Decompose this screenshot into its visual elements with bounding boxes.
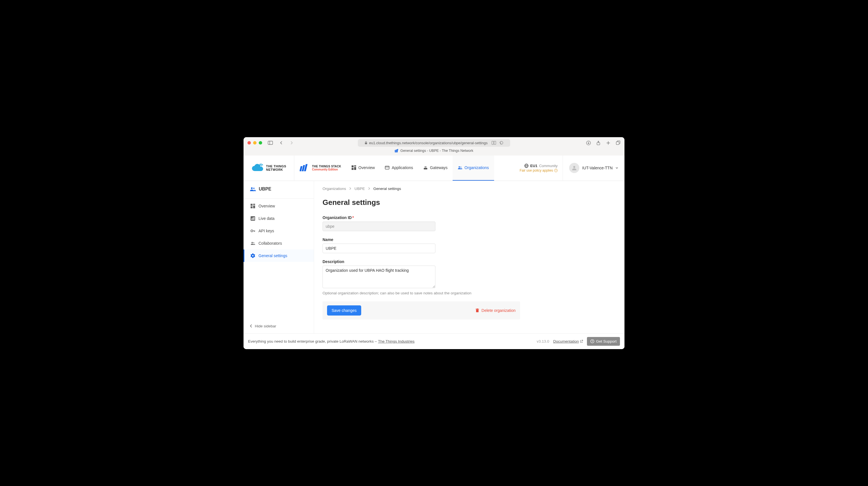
nav-overview[interactable]: Overview xyxy=(346,155,380,181)
chevron-left-icon xyxy=(250,324,253,328)
reload-icon[interactable] xyxy=(499,141,503,145)
svg-point-26 xyxy=(460,166,461,168)
svg-rect-21 xyxy=(351,168,353,170)
browser-chrome: eu1.cloud.thethings.network/console/orga… xyxy=(244,137,624,155)
org-icon xyxy=(250,187,256,191)
svg-rect-40 xyxy=(254,217,254,220)
delete-org-button[interactable]: Delete organization xyxy=(475,308,516,313)
sidebar-toggle-icon[interactable] xyxy=(268,141,273,145)
svg-text:?: ? xyxy=(592,340,593,343)
org-id-input xyxy=(322,221,435,231)
save-button[interactable]: Save changes xyxy=(327,305,361,315)
svg-rect-19 xyxy=(354,165,356,166)
get-support-button[interactable]: ? Get Support xyxy=(587,337,620,346)
svg-rect-33 xyxy=(251,204,253,206)
svg-rect-38 xyxy=(251,218,252,220)
stack-icon xyxy=(300,164,310,172)
svg-point-46 xyxy=(253,242,254,243)
forward-button[interactable] xyxy=(287,141,296,145)
downloads-icon[interactable] xyxy=(586,141,591,145)
sidebar-title[interactable]: UBPE xyxy=(244,181,314,197)
sidebar-item-live-data[interactable]: Live data xyxy=(244,212,314,225)
crumb-org-name[interactable]: UBPE xyxy=(354,187,365,191)
favicon xyxy=(395,149,399,152)
globe-icon xyxy=(524,164,529,168)
description-textarea[interactable] xyxy=(322,266,435,288)
sidebar-item-general-settings[interactable]: General settings xyxy=(244,249,314,262)
sidebar: UBPE Overview Live data API keys xyxy=(244,181,314,333)
tabs-icon[interactable] xyxy=(616,141,621,145)
trash-icon xyxy=(475,308,479,312)
gear-icon xyxy=(251,253,255,258)
key-icon xyxy=(251,229,255,233)
nav-applications[interactable]: Applications xyxy=(380,155,418,181)
tab-title: General settings - UBPE - The Things Net… xyxy=(244,149,624,155)
user-menu[interactable]: IUT-Valence-TTN xyxy=(563,155,624,181)
share-icon[interactable] xyxy=(596,141,601,145)
org-id-label: Organization ID* xyxy=(322,215,520,220)
external-link-icon xyxy=(580,340,583,343)
fair-use-link[interactable]: Fair use policy applies ? xyxy=(520,169,558,173)
svg-rect-22 xyxy=(385,166,389,169)
nav-organizations[interactable]: Organizations xyxy=(453,155,494,181)
main-content: Organizations UBPE General settings Gene… xyxy=(314,181,624,333)
browser-window: eu1.cloud.thethings.network/console/orga… xyxy=(244,137,624,349)
svg-rect-24 xyxy=(424,168,427,169)
close-window-button[interactable] xyxy=(247,141,251,145)
crumb-organizations[interactable]: Organizations xyxy=(322,187,346,191)
logo-ttn[interactable]: THE THINGSNETWORK xyxy=(244,155,294,181)
svg-rect-49 xyxy=(477,308,478,309)
window-controls xyxy=(247,141,262,145)
svg-rect-2 xyxy=(365,143,367,144)
svg-rect-18 xyxy=(351,165,353,168)
people-icon xyxy=(251,241,255,246)
svg-point-25 xyxy=(459,166,460,168)
name-input[interactable] xyxy=(322,244,435,253)
svg-point-30 xyxy=(574,166,576,168)
documentation-link[interactable]: Documentation xyxy=(553,339,583,343)
svg-rect-34 xyxy=(253,204,255,205)
organizations-icon xyxy=(458,165,462,170)
logo-stack[interactable]: THE THINGS STACKCommunity Edition xyxy=(294,155,346,181)
footer: Everything you need to build enterprise … xyxy=(244,333,624,349)
url-bar[interactable]: eu1.cloud.thethings.network/console/orga… xyxy=(358,139,510,147)
form-actions: Save changes Delete organization xyxy=(322,301,520,320)
reader-icon[interactable] xyxy=(492,141,496,145)
svg-rect-36 xyxy=(251,206,253,208)
page-title: General settings xyxy=(322,198,616,207)
footer-text: Everything you need to build enterprise … xyxy=(248,339,377,343)
breadcrumb: Organizations UBPE General settings xyxy=(322,187,616,191)
cluster-selector[interactable]: EU1 Community xyxy=(524,164,558,168)
hide-sidebar-button[interactable]: Hide sidebar xyxy=(244,319,314,333)
svg-point-32 xyxy=(253,187,254,189)
svg-point-41 xyxy=(251,230,253,232)
svg-rect-20 xyxy=(354,167,356,170)
cluster-info: EU1 Community Fair use policy applies ? xyxy=(515,155,563,181)
description-hint: Optional organization description; can a… xyxy=(322,291,520,295)
svg-rect-3 xyxy=(492,141,494,144)
version-label: v3.13.0 xyxy=(537,339,549,343)
lock-icon xyxy=(365,141,367,145)
svg-point-45 xyxy=(251,242,253,243)
svg-rect-35 xyxy=(253,206,255,208)
sidebar-item-api-keys[interactable]: API keys xyxy=(244,225,314,237)
description-label: Description xyxy=(322,260,520,264)
url-text: eu1.cloud.thethings.network/console/orga… xyxy=(369,141,488,145)
svg-rect-44 xyxy=(255,231,255,232)
minimize-window-button[interactable] xyxy=(253,141,256,145)
maximize-window-button[interactable] xyxy=(259,141,262,145)
back-button[interactable] xyxy=(277,141,285,145)
name-label: Name xyxy=(322,237,520,242)
gateways-icon xyxy=(423,165,428,170)
svg-line-50 xyxy=(582,340,583,341)
svg-rect-11 xyxy=(616,142,619,145)
sidebar-item-overview[interactable]: Overview xyxy=(244,200,314,212)
chevron-down-icon xyxy=(615,166,618,169)
svg-rect-39 xyxy=(253,218,253,220)
new-tab-icon[interactable] xyxy=(606,141,611,145)
avatar xyxy=(569,163,579,173)
nav-gateways[interactable]: Gateways xyxy=(418,155,453,181)
footer-industries-link[interactable]: The Things Industries xyxy=(378,339,415,343)
main-nav: Overview Applications Gateways Organizat… xyxy=(346,155,494,181)
sidebar-item-collaborators[interactable]: Collaborators xyxy=(244,237,314,249)
